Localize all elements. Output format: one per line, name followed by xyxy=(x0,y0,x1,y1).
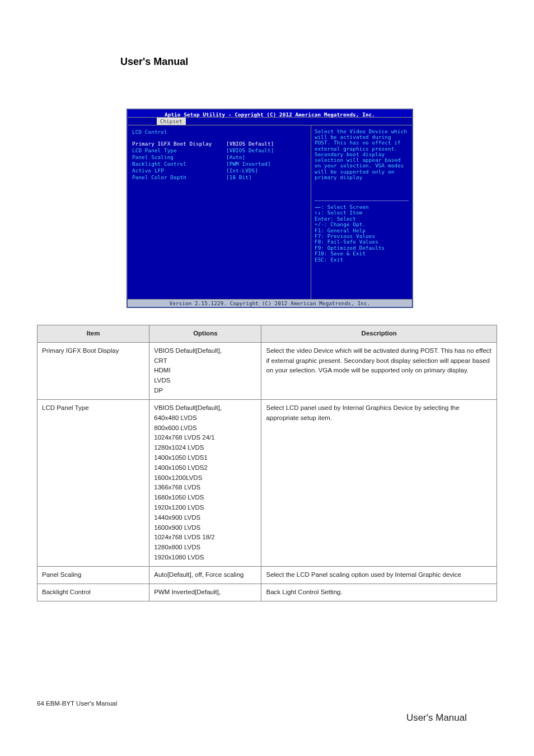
bios-row: Active LFP [Int-LVDS] xyxy=(132,167,306,174)
bios-tabbar: Chipset xyxy=(128,118,412,125)
table-cell-desc: Select the LCD Panel scaling option used… xyxy=(261,566,497,584)
table-row: Panel Scaling Auto[Default], off, Force … xyxy=(38,566,497,584)
bios-row-value: [Auto] xyxy=(226,154,245,161)
table-header-options: Options xyxy=(149,325,261,343)
table-row: Backlight Control PWM Inverted[Default],… xyxy=(38,584,497,601)
bios-row-value: [VBIOS Default] xyxy=(226,141,274,147)
bios-row-label: Active LFP xyxy=(132,167,226,174)
bios-row-label: Backlight Control xyxy=(132,161,226,167)
bios-row-label: Primary IGFX Boot Display xyxy=(132,141,226,147)
table-cell-item: Primary IGFX Boot Display xyxy=(38,342,149,399)
table-cell-options: Auto[Default], off, Force scaling xyxy=(149,566,261,584)
table-header-item: Item xyxy=(38,325,149,343)
bios-row-label: Panel Scaling xyxy=(132,154,226,161)
bios-screenshot: Aptio Setup Utility - Copyright (C) 2012… xyxy=(127,109,413,308)
page-number: 64 EBM-BYT User's Manual xyxy=(37,700,117,707)
bios-row: Backlight Control [PWM Inverted] xyxy=(132,161,306,167)
table-cell-desc: Select the video Device which will be ac… xyxy=(261,342,497,399)
table-header-row: Item Options Description xyxy=(38,325,497,343)
bios-left-pane: LCD Control Primary IGFX Boot Display [V… xyxy=(128,125,311,299)
bios-help-text: Select the Video Device which will be ac… xyxy=(315,129,409,180)
table-header-description: Description xyxy=(261,325,497,343)
bios-row: Primary IGFX Boot Display [VBIOS Default… xyxy=(132,141,306,147)
table-row: Primary IGFX Boot Display VBIOS Default[… xyxy=(38,342,497,399)
table-cell-desc: Back Light Control Setting. xyxy=(261,584,497,601)
bios-row-label: Panel Color Depth xyxy=(132,174,226,181)
settings-table: Item Options Description Primary IGFX Bo… xyxy=(37,325,497,601)
bios-tab-chipset: Chipset xyxy=(157,118,186,125)
page-title: User's Manual xyxy=(120,56,188,68)
table-cell-desc: Select LCD panel used by Internal Graphi… xyxy=(261,399,497,566)
table-cell-options: VBIOS Default[Default], 640x480 LVDS 800… xyxy=(149,399,261,566)
bios-row-label: LCD Panel Type xyxy=(132,147,226,154)
bios-row-value: [Int-LVDS] xyxy=(226,167,258,174)
table-cell-item: Backlight Control xyxy=(38,584,149,601)
bios-row: Panel Scaling [Auto] xyxy=(132,154,306,161)
bios-key-line: ESC: Exit xyxy=(315,257,409,263)
bios-footer: Version 2.15.1229. Copyright (C) 2012 Am… xyxy=(128,299,412,307)
bios-key-hints: →←: Select Screen ↑↓: Select Item Enter:… xyxy=(315,204,409,263)
bios-divider xyxy=(315,200,409,201)
table-cell-options: VBIOS Default[Default], CRT HDMI LVDS DP xyxy=(149,342,261,399)
bios-section-heading: LCD Control xyxy=(132,129,306,135)
bios-titlebar: Aptio Setup Utility - Copyright (C) 2012… xyxy=(128,110,412,118)
bios-row: Panel Color Depth [18 Bit] xyxy=(132,174,306,181)
bios-row-value: [18 Bit] xyxy=(226,174,252,181)
bios-right-pane: Select the Video Device which will be ac… xyxy=(311,125,412,299)
footer-manual: User's Manual xyxy=(406,712,467,724)
table-cell-item: LCD Panel Type xyxy=(38,399,149,566)
bios-row-value: [PWM Inverted] xyxy=(226,161,271,167)
table-row: LCD Panel Type VBIOS Default[Default], 6… xyxy=(38,399,497,566)
table-cell-options: PWM Inverted[Default], xyxy=(149,584,261,601)
bios-row: LCD Panel Type [VBIOS Default] xyxy=(132,147,306,154)
table-cell-item: Panel Scaling xyxy=(38,566,149,584)
bios-row-value: [VBIOS Default] xyxy=(226,147,274,154)
